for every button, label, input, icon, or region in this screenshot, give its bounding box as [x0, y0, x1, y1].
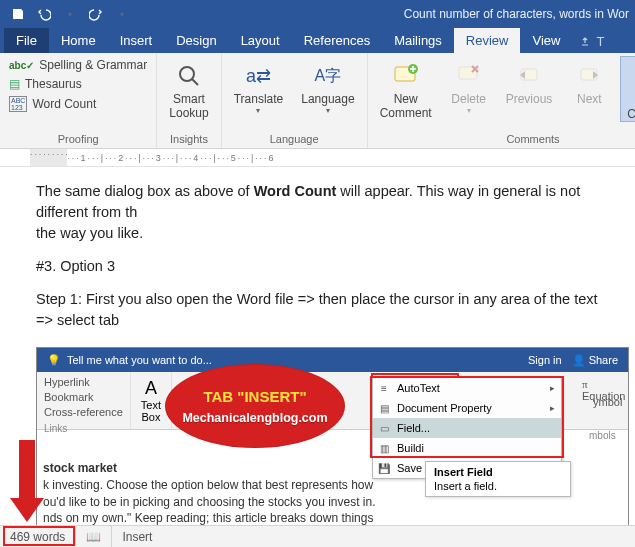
word-count-label: Word Count — [32, 97, 96, 111]
language-button[interactable]: A字 Language ▾ — [295, 56, 360, 115]
new-comment-icon — [391, 60, 421, 92]
tell-me-text: Tell me what you want to do... — [67, 354, 212, 366]
group-proofing: abc✓ Spelling & Grammar ▤ Thesaurus ABC1… — [0, 53, 157, 148]
delete-comment-button[interactable]: Delete ▾ — [444, 56, 494, 122]
show-comments-button[interactable]: Show Comments — [620, 56, 635, 122]
window-title: Count number of characters, words in Wor — [140, 7, 635, 21]
tab-insert[interactable]: Insert — [108, 28, 165, 53]
group-comments: New Comment Delete ▾ Previous Next Show … — [368, 53, 635, 148]
share-icon: 👤 — [572, 354, 586, 367]
sign-in-link: Sign in — [528, 354, 562, 366]
tooltip-body: Insert a field. — [434, 480, 562, 492]
proofing-status[interactable]: 📖 — [76, 526, 112, 547]
tab-view[interactable]: View — [520, 28, 572, 53]
lookup-label: Lookup — [169, 106, 208, 120]
document-body[interactable]: The same dialog box as above of Word Cou… — [0, 167, 635, 347]
new-label: New — [394, 92, 418, 106]
group-label-comments: Comments — [374, 131, 635, 148]
comment-label: Comment — [380, 106, 432, 120]
ruler-margin: · · · · · · · · · — [30, 149, 67, 167]
undo-dropdown-icon[interactable]: ▾ — [62, 6, 78, 22]
delete-label: Delete — [451, 92, 486, 106]
p1-bold: Word Count — [254, 183, 337, 199]
paragraph-2: #3. Option 3 — [36, 256, 617, 277]
tab-mailings[interactable]: Mailings — [382, 28, 454, 53]
tab-home[interactable]: Home — [49, 28, 108, 53]
embed-doc-text: stock market k investing. Choose the opt… — [43, 460, 428, 527]
insert-mode-label: Insert — [122, 530, 152, 544]
tooltip-title: Insert Field — [434, 466, 562, 478]
next-label: Next — [577, 92, 602, 106]
word-count-status[interactable]: 469 words — [0, 526, 76, 547]
group-label-insights: Insights — [163, 131, 214, 148]
group-language: a⇄ Translate ▾ A字 Language ▾ Language — [222, 53, 368, 148]
quick-access-toolbar: ▾ ▾ — [0, 6, 140, 22]
previous-icon — [517, 60, 541, 92]
paragraph-3: Step 1: First you also open the Word fil… — [36, 289, 617, 331]
bookmark-item: Bookmark — [44, 390, 123, 404]
group-insights: Smart Lookup Insights — [157, 53, 221, 148]
spelling-label: Spelling & Grammar — [39, 58, 147, 72]
highlight-menu — [370, 376, 564, 458]
embed-titlebar: 💡 Tell me what you want to do... Sign in… — [37, 348, 628, 372]
title-bar: ▾ ▾ Count number of characters, words in… — [0, 0, 635, 28]
embedded-screenshot: 💡 Tell me what you want to do... Sign in… — [36, 347, 629, 547]
abc-check-icon: abc✓ — [9, 60, 34, 71]
site-watermark: Mechanicalengblog.com — [182, 411, 327, 425]
annotation-arrow — [10, 440, 44, 528]
new-comment-button[interactable]: New Comment — [374, 56, 438, 122]
textbox-icon: A — [145, 378, 157, 399]
group-label-language: Language — [228, 131, 361, 148]
chevron-down-icon: ▾ — [467, 106, 471, 115]
links-label: Links — [44, 422, 123, 435]
tab-layout[interactable]: Layout — [229, 28, 292, 53]
symbol-label-cut: ymbol — [593, 396, 622, 408]
oval-label: TAB "INSERT" — [203, 388, 306, 405]
smart-lookup-button[interactable]: Smart Lookup — [163, 56, 214, 120]
word-count-button[interactable]: ABC123 Word Count — [6, 94, 150, 114]
chevron-down-icon: ▾ — [326, 106, 330, 115]
tab-review[interactable]: Review — [454, 28, 521, 53]
symbols-grouplabel-cut: mbols — [589, 430, 616, 441]
translate-button[interactable]: a⇄ Translate ▾ — [228, 56, 290, 115]
insert-mode[interactable]: Insert — [112, 526, 162, 547]
group-label-proofing: Proofing — [6, 131, 150, 148]
tab-design[interactable]: Design — [164, 28, 228, 53]
undo-icon[interactable] — [36, 6, 52, 22]
tell-me-icon[interactable]: T — [572, 30, 612, 53]
thesaurus-button[interactable]: ▤ Thesaurus — [6, 75, 150, 93]
embed-line3: ou'd like to be in picking and choosing … — [43, 494, 428, 511]
status-bar: 469 words 📖 Insert — [0, 525, 635, 547]
smart-lookup-icon — [175, 60, 203, 92]
redo-icon[interactable] — [88, 6, 104, 22]
horizontal-ruler[interactable]: · · · · · · · · · · · · 1 · · · | · · · … — [0, 149, 635, 167]
translate-icon: a⇄ — [246, 60, 271, 92]
word-count-icon: ABC123 — [9, 96, 27, 112]
next-comment-button[interactable]: Next — [564, 56, 614, 122]
smart-label: Smart — [173, 92, 205, 106]
p1-a: The same dialog box as above of — [36, 183, 254, 199]
thesaurus-icon: ▤ — [9, 77, 20, 91]
language-icon: A字 — [315, 60, 342, 92]
svg-point-0 — [180, 67, 194, 81]
embed-heading: stock market — [43, 460, 428, 477]
embed-line2: k investing. Choose the option below tha… — [43, 477, 428, 494]
tab-file[interactable]: File — [4, 28, 49, 53]
lightbulb-icon: 💡 — [47, 354, 61, 367]
ribbon: abc✓ Spelling & Grammar ▤ Thesaurus ABC1… — [0, 53, 635, 149]
translate-label: Translate — [234, 92, 284, 106]
previous-label: Previous — [506, 92, 553, 106]
ribbon-tabs: File Home Insert Design Layout Reference… — [0, 28, 635, 53]
qat-customize-icon[interactable]: ▾ — [114, 6, 130, 22]
save-icon[interactable] — [10, 6, 26, 22]
share-label: Share — [589, 354, 618, 366]
previous-comment-button[interactable]: Previous — [500, 56, 559, 122]
paragraph-1: The same dialog box as above of Word Cou… — [36, 181, 617, 244]
word-count-value: 469 words — [10, 530, 65, 544]
spelling-grammar-button[interactable]: abc✓ Spelling & Grammar — [6, 56, 150, 74]
thesaurus-label: Thesaurus — [25, 77, 82, 91]
field-tooltip: Insert Field Insert a field. — [425, 461, 571, 497]
p1-d: the way you like. — [36, 225, 143, 241]
tab-references[interactable]: References — [292, 28, 382, 53]
embed-links-group: Hyperlink Bookmark Cross-reference Links — [37, 372, 131, 429]
